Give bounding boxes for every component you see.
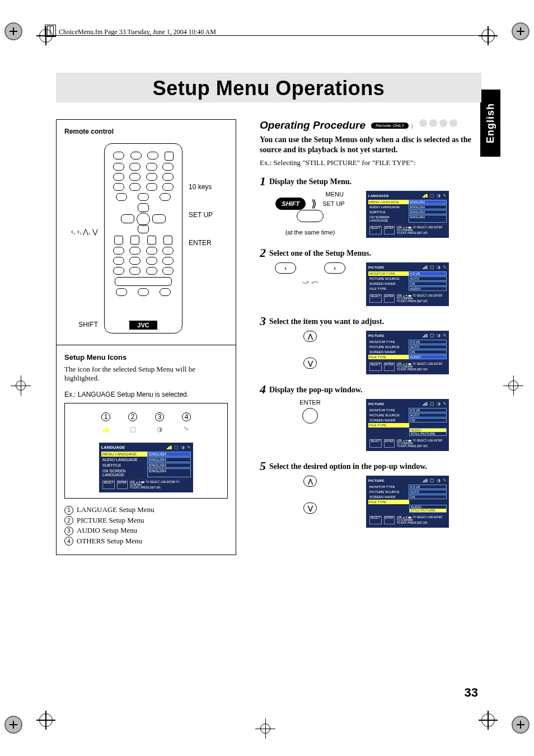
crop-mark-icon bbox=[4, 716, 22, 734]
page-title: Setup Menu Operations bbox=[56, 77, 481, 100]
legend-3: 3AUDIO Setup Menu bbox=[64, 526, 228, 536]
step-text: Select one of the Setup Menus. bbox=[269, 247, 371, 258]
right-column: Operating Procedure Remote ONLY ⦒ You ca… bbox=[260, 119, 481, 555]
step-text: Select the item you want to adjust. bbox=[269, 315, 384, 326]
remote-only-badge: Remote ONLY bbox=[371, 123, 409, 129]
register-mark-icon bbox=[481, 713, 495, 727]
shift-button-icon: SHIFT bbox=[275, 198, 306, 210]
menu-title: LANGUAGE bbox=[101, 445, 125, 449]
others-menu-icon: ✎ bbox=[181, 424, 192, 435]
signal-icon: ⦒ bbox=[411, 122, 414, 130]
step-number: 3 bbox=[260, 315, 266, 327]
step5-diagram: ⋀⋁ bbox=[265, 476, 355, 514]
step3-diagram: ⋀⋁ bbox=[265, 331, 355, 369]
header-text: ChoiceMenu.fm Page 33 Tuesday, June 1, 2… bbox=[59, 28, 216, 36]
step2-screen: PICTURE◢▮▢◑✎ MONITOR TYPE4:3 LB PICTURE … bbox=[366, 262, 449, 306]
audio-menu-icon: ◑ bbox=[154, 424, 165, 435]
step-number: 4 bbox=[260, 383, 266, 396]
step5-screen: PICTURE◢▮▢◑✎ MONITOR TYPE4:3 LB PICTURE … bbox=[366, 476, 449, 528]
step-text: Display the Setup Menu. bbox=[269, 175, 352, 186]
right-button-icon: › bbox=[324, 262, 345, 274]
language-menu-screen: LANGUAGE ◢▮▢◑✎ MENU LANGUAGEENGLISH AUDI… bbox=[99, 443, 193, 492]
down-button-icon: ⋁ bbox=[303, 358, 317, 369]
crop-mark-icon bbox=[512, 22, 530, 40]
register-mark-icon bbox=[260, 724, 270, 734]
setup-icons-body: The icon for the selected Setup Menu wil… bbox=[64, 365, 228, 383]
step-number: 1 bbox=[260, 175, 266, 187]
step-text: Display the pop-up window. bbox=[269, 383, 363, 395]
step3-screen: PICTURE◢▮▢◑✎ MONITOR TYPE4:3 LB PICTURE … bbox=[366, 331, 449, 374]
register-mark-icon bbox=[16, 381, 26, 391]
language-tab: English bbox=[480, 90, 500, 157]
setup-icons-figure: 1◢▮ 2▢ 3◑ 4✎ LANGUAGE ◢▮▢◑✎ MENU LANGUAG… bbox=[64, 403, 228, 499]
register-mark-icon bbox=[508, 381, 518, 391]
intro-text: You can use the Setup Menus only when a … bbox=[260, 135, 471, 154]
remote-10keys-label: 10 keys bbox=[189, 182, 228, 191]
step-text: Select the desired option in the pop-up … bbox=[269, 460, 427, 471]
crop-mark-icon bbox=[4, 22, 22, 40]
remote-illustration: JVC bbox=[104, 143, 182, 334]
legend-1: 1LANGUAGE Setup Menu bbox=[64, 505, 228, 515]
picture-menu-icon: ▢ bbox=[127, 424, 138, 435]
step1-diagram: MENU SHIFT ⟫ SET UP (at the same time) bbox=[265, 191, 355, 236]
step1-screen: LANGUAGE◢▮▢◑✎ MENU LANGUAGEENGLISH AUDIO… bbox=[366, 191, 449, 238]
step-number: 2 bbox=[260, 247, 266, 259]
remote-dpad-label: ‹, ›, ⋀, ⋁ bbox=[64, 227, 98, 236]
jvc-logo: JVC bbox=[129, 321, 157, 330]
step4-screen: PICTURE◢▮▢◑✎ MONITOR TYPE4:3 LB PICTURE … bbox=[366, 399, 449, 451]
register-mark-icon bbox=[39, 713, 53, 727]
remote-heading: Remote control bbox=[64, 128, 228, 135]
left-column: Remote control ‹, ›, ⋀, ⋁ SHIFT bbox=[56, 119, 236, 555]
setup-icons-heading: Setup Menu Icons bbox=[64, 353, 228, 361]
up-button-icon: ⋀ bbox=[303, 476, 317, 487]
language-menu-icon: ◢▮ bbox=[100, 424, 111, 435]
operating-procedure-heading: Operating Procedure bbox=[260, 119, 366, 132]
decorative-dots bbox=[418, 119, 458, 129]
intro-example: Ex.: Selecting "STILL PICTURE" for "FILE… bbox=[260, 158, 481, 167]
remote-enter-label: ENTER bbox=[189, 238, 228, 247]
page-number: 33 bbox=[465, 685, 478, 700]
title-band: Setup Menu Operations bbox=[56, 73, 481, 102]
register-mark-icon bbox=[481, 29, 495, 43]
down-button-icon: ⋁ bbox=[303, 503, 317, 514]
remote-shift-label: SHIFT bbox=[64, 320, 98, 329]
up-button-icon: ⋀ bbox=[303, 331, 317, 342]
crop-mark-icon bbox=[512, 716, 530, 734]
step-number: 5 bbox=[260, 460, 266, 472]
left-button-icon: ‹ bbox=[275, 262, 296, 274]
step4-diagram: ENTER bbox=[265, 399, 355, 426]
enter-button-icon bbox=[302, 408, 318, 424]
remote-setup-label: SET UP bbox=[189, 210, 228, 219]
legend-2: 2PICTURE Setup Menu bbox=[64, 516, 228, 525]
step2-diagram: ‹› ⤻ ⤺ bbox=[265, 262, 355, 288]
setup-button-icon bbox=[297, 210, 324, 222]
popup-list: AUDIOSTILL PICTURE bbox=[409, 505, 447, 513]
legend-4: 4OTHERS Setup Menu bbox=[64, 537, 228, 546]
popup-list: AUDIOSTILL PICTURE bbox=[409, 428, 447, 436]
setup-icons-example: Ex.: LANGUAGE Setup Menu is selected. bbox=[64, 391, 228, 398]
